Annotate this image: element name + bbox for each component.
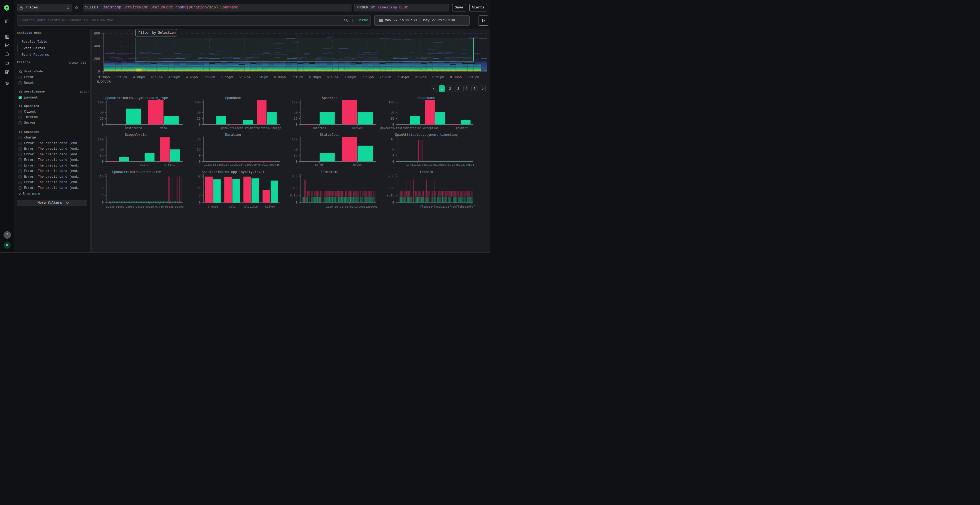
svg-text:0.6: 0.6 xyxy=(291,175,298,178)
svg-text:ScopeVersion: ScopeVersion xyxy=(125,133,148,137)
svg-text:Timestamp: Timestamp xyxy=(321,170,339,174)
svg-text:6:45pm: 6:45pm xyxy=(327,76,338,79)
svg-text:200: 200 xyxy=(94,57,100,61)
svg-text:100: 100 xyxy=(98,138,104,141)
svg-text:0: 0 xyxy=(199,201,200,205)
svg-text:92953: 92953 xyxy=(126,205,134,208)
svg-text:5:15pm: 5:15pm xyxy=(221,76,233,79)
svg-text:0.51.1: 0.51.1 xyxy=(164,163,175,167)
svg-text:50: 50 xyxy=(100,148,103,152)
svg-text:1748393738536: 1748393738536 xyxy=(452,163,474,167)
svg-text:TraceId: TraceId xyxy=(420,170,433,174)
svg-text:25: 25 xyxy=(197,117,200,121)
svg-text:0: 0 xyxy=(102,123,103,127)
svg-text:ff860334facdb23d3f430ff5b5050f: ff860334facdb23d3f430ff5b5050f4f xyxy=(420,205,475,208)
svg-text:SpanName: SpanName xyxy=(225,96,241,100)
svg-text:5:30pm: 5:30pm xyxy=(239,76,250,79)
svg-text:2600849: 2600849 xyxy=(245,163,257,167)
svg-text:0: 0 xyxy=(199,123,200,127)
svg-text:5:45pm: 5:45pm xyxy=(256,76,268,79)
svg-text:7:00pm: 7:00pm xyxy=(344,76,356,79)
svg-text:visa: visa xyxy=(160,127,167,130)
svg-text:96139: 96139 xyxy=(145,205,154,208)
svg-text:gold: gold xyxy=(229,205,235,208)
svg-text:25: 25 xyxy=(294,154,298,157)
svg-text:16: 16 xyxy=(100,175,103,178)
svg-text:6:00pm: 6:00pm xyxy=(274,76,286,79)
svg-text:4: 4 xyxy=(392,154,394,157)
svg-text:Server: Server xyxy=(352,127,363,130)
svg-text:0: 0 xyxy=(102,201,103,205)
svg-text:platinum: platinum xyxy=(244,205,258,208)
svg-text:0: 0 xyxy=(296,123,298,127)
svg-text:25: 25 xyxy=(390,117,394,121)
svg-text:4:15pm: 4:15pm xyxy=(151,76,162,79)
svg-text:1748199880789: 1748199880789 xyxy=(429,163,451,167)
svg-text:8: 8 xyxy=(392,148,394,152)
svg-text:mastercard: mastercard xyxy=(125,127,142,130)
svg-text:3:45pm: 3:45pm xyxy=(115,76,127,79)
svg-text:SpanAttributes...yment.card_ty: SpanAttributes...yment.card_type xyxy=(105,96,168,100)
svg-text:0: 0 xyxy=(199,160,200,164)
svg-text:1748192273433: 1748192273433 xyxy=(406,163,428,167)
svg-text:50: 50 xyxy=(197,111,200,114)
svg-text:16: 16 xyxy=(197,186,200,190)
svg-text:25: 25 xyxy=(100,117,103,121)
svg-text:50: 50 xyxy=(294,148,298,152)
svg-text:9: 9 xyxy=(199,154,200,157)
svg-text:50: 50 xyxy=(294,111,298,114)
svg-text:18: 18 xyxy=(197,148,200,152)
svg-text:8: 8 xyxy=(199,194,200,197)
svg-text:8:45pm: 8:45pm xyxy=(468,76,479,79)
svg-text:0.6: 0.6 xyxy=(388,175,395,178)
svg-text:8:15pm: 8:15pm xyxy=(432,76,444,79)
svg-text:25: 25 xyxy=(294,117,298,121)
svg-text:4:30pm: 4:30pm xyxy=(168,76,180,79)
svg-text:0.1.0: 0.1.0 xyxy=(140,163,149,167)
svg-text:4:45pm: 4:45pm xyxy=(186,76,197,79)
svg-text:payment: payment xyxy=(456,127,468,130)
svg-text:50: 50 xyxy=(100,111,103,114)
svg-text:SpanAttributes.cache.size: SpanAttributes.cache.size xyxy=(112,170,161,174)
svg-text:98338: 98338 xyxy=(165,205,174,208)
svg-text:Internal: Internal xyxy=(312,127,326,130)
svg-text:4:00pm: 4:00pm xyxy=(133,76,145,79)
svg-text:19961834: 19961834 xyxy=(230,163,243,167)
svg-text:8: 8 xyxy=(102,186,103,190)
svg-text:StatusCode: StatusCode xyxy=(320,133,339,137)
svg-text:100: 100 xyxy=(291,138,298,141)
svg-text:Unset: Unset xyxy=(353,163,362,167)
svg-text:32: 32 xyxy=(197,175,200,178)
svg-text:6:15pm: 6:15pm xyxy=(291,76,303,79)
svg-text:0: 0 xyxy=(296,201,298,205)
svg-text:50: 50 xyxy=(390,111,394,114)
svg-text:SpanAttributes...yment.timesta: SpanAttributes...yment.timestamp xyxy=(395,133,458,137)
svg-text:grpc.oteldemo.PaymentService/C: grpc.oteldemo.PaymentService/Charge xyxy=(221,127,281,130)
svg-text:0: 0 xyxy=(102,160,103,164)
svg-text:100: 100 xyxy=(388,101,395,105)
svg-text:100: 100 xyxy=(291,101,298,105)
svg-text:400: 400 xyxy=(94,44,100,48)
svg-text:bronze: bronze xyxy=(208,205,218,208)
svg-text:0: 0 xyxy=(296,160,298,164)
svg-text:0: 0 xyxy=(392,160,394,164)
svg-text:0.15: 0.15 xyxy=(387,194,395,197)
svg-text:8:30pm: 8:30pm xyxy=(450,76,462,79)
svg-text:25: 25 xyxy=(100,154,103,157)
svg-text:100: 100 xyxy=(195,101,200,105)
svg-text:5/27/25: 5/27/25 xyxy=(97,80,111,84)
svg-text:91063: 91063 xyxy=(116,205,125,208)
svg-text:3:30pm: 3:30pm xyxy=(98,76,110,79)
svg-text:543017: 543017 xyxy=(258,163,269,167)
svg-text:99900: 99900 xyxy=(175,205,184,208)
svg-text:Duration: Duration xyxy=(225,133,241,137)
svg-text:6:30pm: 6:30pm xyxy=(309,76,321,79)
svg-text:7:15pm: 7:15pm xyxy=(362,76,374,79)
svg-text:0: 0 xyxy=(392,123,394,127)
svg-text:SpanKind: SpanKind xyxy=(322,96,337,100)
svg-text:silver: silver xyxy=(265,205,275,208)
svg-text:1333363: 1333363 xyxy=(204,163,216,167)
svg-text:SpanAttributes.app.loyalty.lev: SpanAttributes.app.loyalty.level xyxy=(202,170,264,174)
svg-text:Error: Error xyxy=(315,163,324,167)
svg-text:0: 0 xyxy=(98,70,100,74)
